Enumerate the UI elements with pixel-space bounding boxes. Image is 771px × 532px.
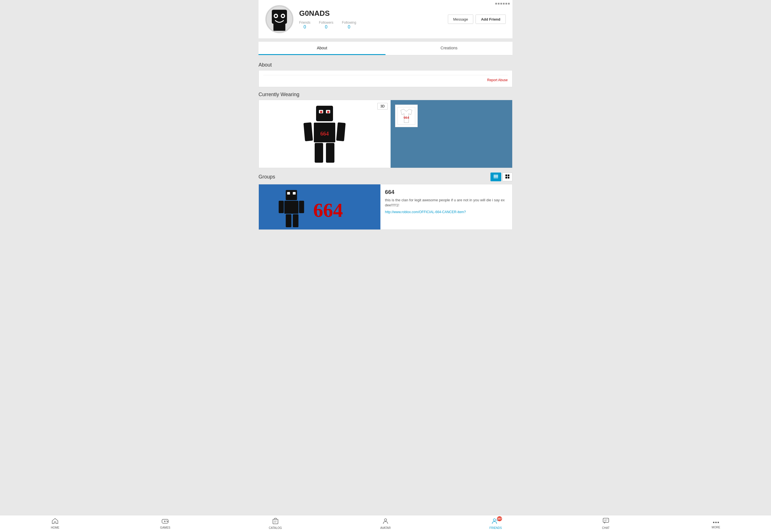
wearing-container: 3D 664	[259, 100, 512, 168]
group-image-svg: 664	[259, 184, 380, 229]
list-view-button[interactable]	[490, 173, 501, 181]
grid-view-button[interactable]	[502, 173, 512, 181]
btn-3d[interactable]: 3D	[377, 103, 388, 110]
more-options-button[interactable]	[495, 3, 510, 5]
view-toggle	[490, 173, 512, 181]
svg-rect-7	[316, 106, 333, 121]
svg-text:664: 664	[404, 115, 409, 120]
svg-point-5	[282, 15, 284, 17]
friends-label: Friends	[299, 21, 310, 25]
group-info: 664 this is the clan for legit awesome p…	[380, 184, 512, 229]
group-link[interactable]: http://www.roblox.com/OFFICIAL-664-CANCE…	[385, 210, 508, 214]
followers-label: Followers	[319, 21, 333, 25]
dot	[505, 3, 507, 5]
svg-rect-21	[493, 175, 498, 176]
svg-point-4	[275, 15, 277, 17]
group-desc: this is the clan for legit awesome peopl…	[385, 198, 508, 208]
svg-rect-6	[274, 23, 285, 31]
svg-rect-17	[326, 143, 334, 163]
svg-rect-14	[304, 122, 313, 141]
grid-view-icon	[505, 175, 509, 178]
followers-value: 0	[319, 25, 333, 30]
svg-rect-34	[299, 201, 304, 213]
report-abuse-button[interactable]: Report Abuse	[263, 78, 508, 82]
svg-rect-10	[320, 111, 322, 113]
svg-rect-33	[279, 201, 284, 213]
friends-value: 0	[299, 25, 310, 30]
avatar-3d-view: 3D 664	[259, 100, 391, 168]
svg-rect-26	[505, 177, 507, 178]
svg-rect-22	[493, 176, 498, 177]
svg-rect-35	[286, 214, 292, 227]
svg-rect-25	[508, 175, 509, 176]
item-thumbnail[interactable]: 664	[395, 105, 418, 127]
svg-rect-29	[286, 190, 297, 200]
tab-about[interactable]: About	[259, 42, 386, 55]
content-area: About Report Abuse Currently Wearing 3D	[259, 55, 512, 233]
svg-rect-36	[293, 214, 299, 227]
friends-stat[interactable]: Friends 0	[299, 21, 310, 30]
avatar-3d-render: 664	[302, 103, 347, 165]
svg-rect-31	[293, 192, 296, 195]
svg-rect-27	[508, 177, 509, 178]
list-view-icon	[493, 175, 498, 178]
shirt-thumbnail-svg: 664	[397, 107, 415, 125]
followers-stat[interactable]: Followers 0	[319, 21, 333, 30]
dot	[503, 3, 504, 5]
about-section-title: About	[259, 62, 512, 68]
svg-rect-23	[493, 178, 498, 178]
about-box: Report Abuse	[259, 70, 512, 87]
svg-text:664: 664	[320, 131, 329, 137]
group-card: 664 664 this is the clan for legit aweso…	[259, 184, 512, 230]
following-label: Following	[342, 21, 356, 25]
message-button[interactable]: Message	[448, 15, 473, 24]
group-image: 664	[259, 184, 380, 229]
groups-section-title: Groups	[259, 174, 275, 180]
avatar	[265, 5, 294, 33]
currently-wearing-title: Currently Wearing	[259, 92, 512, 98]
dot	[495, 3, 497, 5]
items-panel: 664	[391, 100, 512, 168]
dot	[500, 3, 502, 5]
following-value: 0	[342, 25, 356, 30]
following-stat[interactable]: Following 0	[342, 21, 356, 30]
profile-actions: Message Add Friend	[448, 15, 506, 24]
group-name[interactable]: 664	[385, 189, 508, 195]
dot	[508, 3, 510, 5]
svg-rect-24	[505, 175, 507, 176]
groups-header: Groups	[259, 173, 512, 181]
tabs-bar: About Creations	[259, 42, 512, 55]
svg-rect-32	[285, 201, 299, 214]
profile-header: G0NADS Friends 0 Followers 0 Following 0…	[259, 0, 512, 38]
tab-creations[interactable]: Creations	[386, 42, 512, 55]
svg-rect-16	[315, 143, 323, 163]
svg-text:664: 664	[313, 199, 343, 221]
svg-rect-30	[287, 192, 290, 195]
svg-rect-11	[327, 111, 329, 113]
add-friend-button[interactable]: Add Friend	[475, 15, 506, 24]
dot	[498, 3, 499, 5]
svg-rect-15	[336, 122, 346, 141]
